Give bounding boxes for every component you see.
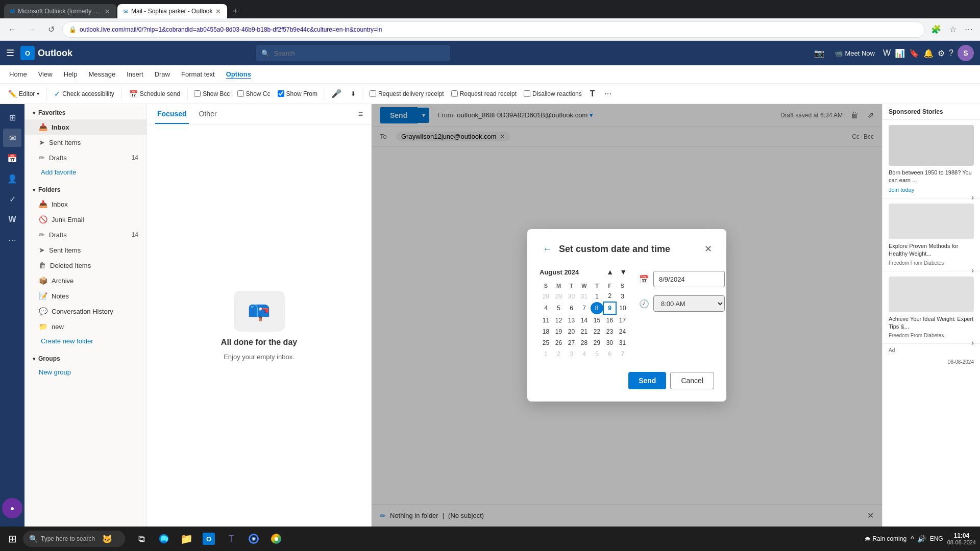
folder-junk[interactable]: 🚫 Junk Email bbox=[24, 212, 146, 227]
cal-cell[interactable]: 17 bbox=[616, 314, 629, 326]
show-from-check[interactable]: Show From bbox=[275, 88, 321, 99]
date-input[interactable] bbox=[653, 271, 725, 287]
check-accessibility-btn[interactable]: ✓ Check accessibility bbox=[50, 86, 118, 102]
folder-notes[interactable]: 📝 Notes bbox=[24, 288, 146, 304]
folder-new[interactable]: 📁 new bbox=[24, 319, 146, 334]
user-avatar[interactable]: S bbox=[958, 45, 974, 61]
cal-cell[interactable]: 2 bbox=[603, 290, 616, 302]
schedule-send-btn[interactable]: 📅 Schedule send bbox=[125, 86, 184, 102]
cal-cell[interactable]: 31 bbox=[616, 337, 629, 348]
modal-close-btn[interactable]: ✕ bbox=[702, 241, 714, 257]
taskbar-app-task-view[interactable]: ⧉ bbox=[131, 529, 152, 549]
text-size-btn[interactable]: T bbox=[586, 86, 599, 102]
menu-options[interactable]: Options bbox=[221, 67, 256, 82]
arrow-down-btn[interactable]: ⬇ bbox=[347, 86, 360, 102]
menu-home[interactable]: Home bbox=[4, 67, 32, 82]
create-new-folder-link[interactable]: Create new folder bbox=[24, 334, 146, 348]
cal-cell[interactable]: 29 bbox=[591, 337, 603, 348]
menu-view[interactable]: View bbox=[33, 67, 58, 82]
speaker-icon[interactable]: 🔊 bbox=[917, 535, 926, 543]
disallow-reactions-check[interactable]: Disallow reactions bbox=[521, 88, 585, 99]
taskbar-app-teams[interactable]: T bbox=[221, 529, 241, 549]
cal-cell[interactable]: 31 bbox=[578, 290, 591, 302]
search-input[interactable] bbox=[274, 49, 445, 57]
menu-insert[interactable]: Insert bbox=[121, 67, 149, 82]
taskbar-app-edge[interactable] bbox=[154, 529, 174, 549]
show-from-checkbox[interactable] bbox=[278, 90, 284, 97]
folder-inbox[interactable]: 📥 Inbox bbox=[24, 196, 146, 212]
menu-draw[interactable]: Draw bbox=[150, 67, 175, 82]
modal-back-btn[interactable]: ← bbox=[540, 243, 555, 256]
taskbar-app-chrome-2[interactable] bbox=[266, 529, 286, 549]
show-bcc-check[interactable]: Show Bcc bbox=[191, 88, 233, 99]
folder-archive[interactable]: 📦 Archive bbox=[24, 273, 146, 288]
add-favorite-link[interactable]: Add favorite bbox=[24, 165, 146, 179]
back-btn[interactable]: ← bbox=[4, 21, 20, 38]
reload-btn[interactable]: ↺ bbox=[43, 21, 59, 38]
start-btn[interactable]: ⊞ bbox=[4, 531, 21, 547]
cal-cell[interactable]: 6 bbox=[603, 348, 616, 360]
taskbar-app-outlook[interactable]: O bbox=[199, 529, 219, 549]
cal-cell[interactable]: 7 bbox=[578, 302, 591, 314]
show-bcc-checkbox[interactable] bbox=[194, 90, 201, 97]
sidebar-icon-more[interactable]: ⋯ bbox=[3, 231, 21, 249]
meet-now-btn[interactable]: 📹 Meet Now bbox=[830, 47, 879, 59]
new-tab-btn[interactable]: + bbox=[228, 4, 242, 18]
modal-cancel-btn[interactable]: Cancel bbox=[670, 372, 714, 389]
cal-next-btn[interactable]: ▼ bbox=[618, 267, 629, 277]
cal-cell[interactable]: 3 bbox=[565, 348, 578, 360]
cal-cell[interactable]: 1 bbox=[591, 290, 603, 302]
cal-cell[interactable]: 4 bbox=[540, 302, 552, 314]
cal-cell[interactable]: 12 bbox=[552, 314, 565, 326]
settings-icon-btn[interactable]: ⚙ bbox=[938, 48, 945, 58]
hamburger-menu-btn[interactable]: ☰ bbox=[6, 47, 14, 59]
cal-cell[interactable]: 28 bbox=[540, 290, 552, 302]
cal-cell[interactable]: 21 bbox=[578, 326, 591, 337]
sidebar-icon-word[interactable]: W bbox=[3, 210, 21, 229]
menu-help[interactable]: Help bbox=[59, 67, 83, 82]
show-cc-check[interactable]: Show Cc bbox=[234, 88, 274, 99]
cal-cell[interactable]: 16 bbox=[603, 314, 616, 326]
outlook-search-box[interactable]: 🔍 bbox=[256, 45, 450, 61]
taskbar-app-chrome-1[interactable] bbox=[243, 529, 264, 549]
cal-cell[interactable]: 25 bbox=[540, 337, 552, 348]
sidebar-icon-mail[interactable]: ✉ bbox=[3, 129, 21, 147]
browser-tab-1[interactable]: M Microsoft Outlook (formerly H... ✕ bbox=[4, 4, 116, 18]
favorites-header[interactable]: ▾ Favorites bbox=[24, 106, 146, 119]
wifi-icon[interactable]: ^ bbox=[911, 535, 914, 543]
folder-inbox-fav[interactable]: 📥 Inbox bbox=[24, 119, 146, 135]
bell-icon-btn[interactable]: 🔔 bbox=[923, 48, 934, 58]
favorites-btn[interactable]: ☆ bbox=[946, 22, 960, 36]
cal-cell[interactable]: 5 bbox=[552, 302, 565, 314]
cal-cell[interactable]: 20 bbox=[565, 326, 578, 337]
forward-btn[interactable]: → bbox=[23, 21, 40, 38]
show-cc-checkbox[interactable] bbox=[237, 90, 244, 97]
read-receipt-check[interactable]: Request read receipt bbox=[448, 88, 520, 99]
cal-cell[interactable]: 11 bbox=[540, 314, 552, 326]
excel-icon-btn[interactable]: 📊 bbox=[895, 48, 905, 58]
folder-drafts-fav[interactable]: ✏ Drafts 14 bbox=[24, 150, 146, 165]
dictate-btn[interactable]: 🎤 bbox=[327, 86, 346, 102]
taskbar-app-explorer[interactable]: 📁 bbox=[176, 529, 197, 549]
folders-header[interactable]: ▾ Folders bbox=[24, 183, 146, 196]
cal-cell[interactable]: 19 bbox=[552, 326, 565, 337]
folder-sent-fav[interactable]: ➤ Sent Items bbox=[24, 135, 146, 150]
taskbar-search-box[interactable]: 🔍 Type here to search 🐱 bbox=[23, 531, 125, 547]
cal-cell[interactable]: 3 bbox=[616, 290, 629, 302]
folder-deleted[interactable]: 🗑 Deleted Items bbox=[24, 258, 146, 273]
menu-message[interactable]: Message bbox=[83, 67, 120, 82]
sidebar-icon-people[interactable]: 👤 bbox=[3, 169, 21, 188]
delivery-receipt-checkbox[interactable] bbox=[370, 90, 376, 97]
new-group-link[interactable]: New group bbox=[24, 365, 146, 379]
cal-cell[interactable]: 30 bbox=[603, 337, 616, 348]
cal-cell[interactable]: 29 bbox=[552, 290, 565, 302]
ad3-expand-icon[interactable]: › bbox=[971, 338, 974, 347]
browser-tab-2[interactable]: ✉ Mail - Sophia parker - Outlook ✕ bbox=[117, 4, 227, 18]
cal-cell[interactable]: 10 bbox=[616, 302, 629, 314]
tab2-close[interactable]: ✕ bbox=[215, 8, 221, 15]
sidebar-icon-tasks[interactable]: ✓ bbox=[3, 190, 21, 208]
modal-send-btn[interactable]: Send bbox=[628, 372, 666, 389]
sidebar-icon-grid[interactable]: ⊞ bbox=[3, 108, 21, 127]
filter-icon[interactable]: ≡ bbox=[358, 110, 363, 119]
cal-cell[interactable]: 24 bbox=[616, 326, 629, 337]
